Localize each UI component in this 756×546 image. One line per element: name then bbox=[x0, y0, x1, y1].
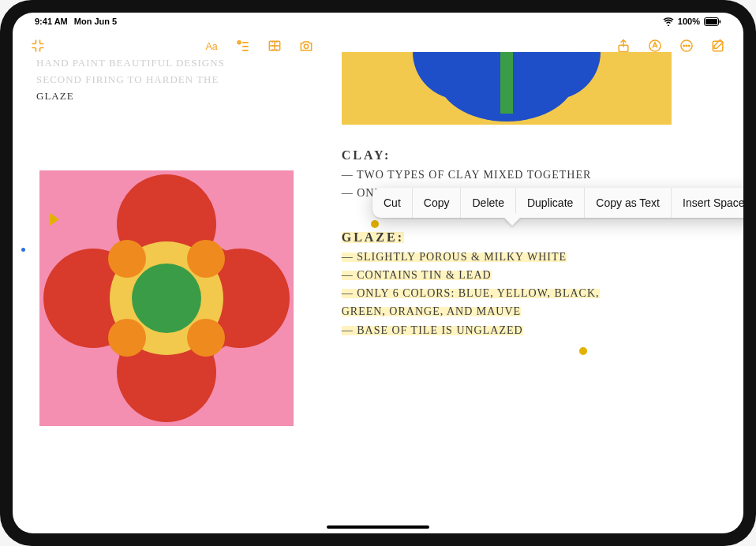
status-bar: 9:41 AM Mon Jun 5 100% bbox=[13, 13, 743, 28]
svg-point-32 bbox=[187, 240, 225, 278]
svg-point-23 bbox=[689, 45, 691, 47]
handwriting-line: — SLIGHTLY POROUS & MILKY WHITE bbox=[342, 248, 731, 266]
more-button[interactable] bbox=[674, 33, 699, 58]
screen: 9:41 AM Mon Jun 5 100% Aa bbox=[13, 13, 743, 533]
handwriting-line: HAND PAINT BEAUTIFUL DESIGNS bbox=[36, 55, 342, 72]
compose-button[interactable] bbox=[705, 33, 731, 58]
section-heading: CLAY: bbox=[342, 148, 731, 163]
pink-flower-drawing[interactable] bbox=[39, 170, 294, 426]
context-menu-cut[interactable]: Cut bbox=[372, 188, 413, 218]
wifi-icon bbox=[663, 17, 674, 26]
context-menu-insert-space-above[interactable]: Insert Space Above bbox=[672, 188, 743, 218]
blue-flower-banner[interactable] bbox=[342, 52, 672, 125]
svg-point-35 bbox=[132, 264, 201, 333]
context-menu-duplicate[interactable]: Duplicate bbox=[516, 188, 585, 218]
right-column: CLAY: — TWO TYPES OF CLAY MIXED TOGETHER… bbox=[342, 60, 743, 533]
handwriting-line: SECOND FIRING TO HARDEN THE bbox=[36, 72, 342, 88]
handwriting-line: — ONLY 6 COLORS: BLUE, YELLOW, BLACK, bbox=[342, 284, 731, 302]
status-date: Mon Jun 5 bbox=[74, 17, 117, 26]
section-heading: GLAZE: bbox=[342, 230, 731, 245]
svg-text:Aa: Aa bbox=[206, 41, 218, 52]
svg-rect-2 bbox=[720, 20, 721, 23]
handwriting-line: — TWO TYPES OF CLAY MIXED TOGETHER bbox=[342, 166, 731, 184]
context-menu-copy-as-text[interactable]: Copy as Text bbox=[585, 188, 672, 218]
context-menu: Cut Copy Delete Duplicate Copy as Text I… bbox=[372, 188, 743, 218]
svg-rect-40 bbox=[500, 52, 513, 114]
status-time: 9:41 AM bbox=[35, 17, 68, 26]
ipad-frame: 9:41 AM Mon Jun 5 100% Aa bbox=[0, 0, 756, 546]
selection-handle-top[interactable] bbox=[371, 220, 379, 228]
handwriting-line: GLAZE bbox=[36, 88, 342, 105]
svg-point-17 bbox=[304, 44, 308, 48]
glaze-section[interactable]: GLAZE: — SLIGHTLY POROUS & MILKY WHITE —… bbox=[342, 230, 731, 338]
home-indicator[interactable] bbox=[327, 525, 429, 529]
svg-point-34 bbox=[187, 319, 225, 357]
battery-pct: 100% bbox=[678, 17, 700, 26]
handwriting-line: — CONTAINS TIN & LEAD bbox=[342, 266, 731, 284]
svg-point-21 bbox=[683, 45, 685, 47]
left-column: HAND PAINT BEAUTIFUL DESIGNS SECOND FIRI… bbox=[13, 60, 342, 533]
handwriting-line: GREEN, ORANGE, AND MAUVE bbox=[342, 302, 731, 320]
handwriting-line: — BASE OF TILE IS UNGLAZED bbox=[342, 321, 731, 339]
note-content: HAND PAINT BEAUTIFUL DESIGNS SECOND FIRI… bbox=[13, 60, 743, 533]
svg-rect-1 bbox=[705, 19, 717, 24]
svg-point-31 bbox=[108, 240, 146, 278]
side-app-indicator[interactable] bbox=[21, 248, 25, 252]
selection-handle-bottom[interactable] bbox=[579, 347, 587, 355]
top-left-handwriting: HAND PAINT BEAUTIFUL DESIGNS SECOND FIRI… bbox=[36, 55, 342, 104]
context-menu-delete[interactable]: Delete bbox=[461, 188, 515, 218]
svg-point-22 bbox=[686, 45, 687, 47]
battery-icon bbox=[704, 17, 721, 26]
svg-point-33 bbox=[108, 319, 146, 357]
scroll-position-indicator bbox=[50, 213, 59, 226]
context-menu-copy[interactable]: Copy bbox=[413, 188, 462, 218]
